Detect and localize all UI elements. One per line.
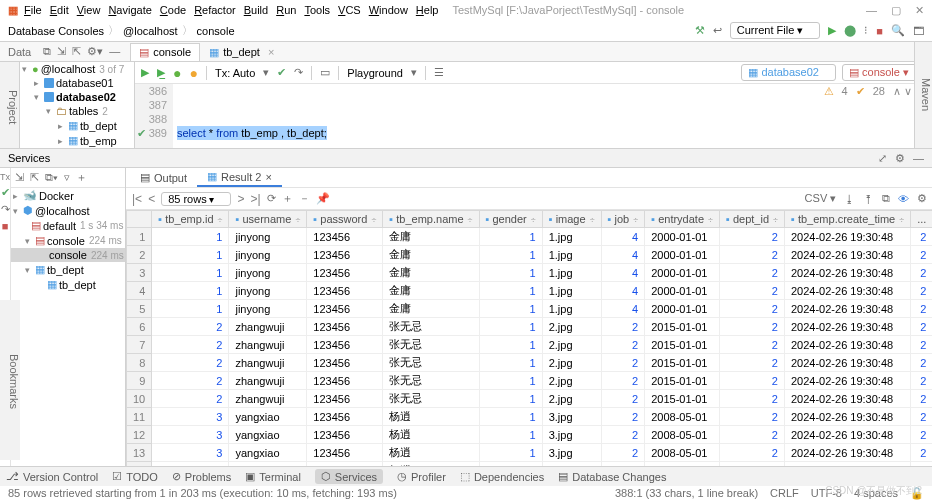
menu-code[interactable]: Code bbox=[160, 4, 186, 16]
table-row[interactable]: 102zhangwuji123456张无忌12.jpg22015-01-0122… bbox=[127, 390, 933, 408]
table-row[interactable]: 41jinyong123456金庸11.jpg42000-01-0122024-… bbox=[127, 282, 933, 300]
build-icon[interactable]: ⚒ bbox=[695, 24, 705, 37]
table-row[interactable]: 72zhangwuji123456张无忌12.jpg22015-01-01220… bbox=[127, 336, 933, 354]
col-image[interactable]: ▪ image÷ bbox=[542, 211, 601, 228]
table-row[interactable]: 92zhangwuji123456张无忌12.jpg22015-01-01220… bbox=[127, 372, 933, 390]
tx-check-icon[interactable]: ✔ bbox=[277, 66, 286, 79]
menu-view[interactable]: View bbox=[77, 4, 101, 16]
svc-default[interactable]: ▤default1 s 34 ms bbox=[11, 218, 125, 233]
tree-db1[interactable]: ▸database01 bbox=[20, 76, 134, 90]
btm-todo[interactable]: ☑ TODO bbox=[112, 470, 158, 483]
menu-refactor[interactable]: Refactor bbox=[194, 4, 236, 16]
btm-dbchanges[interactable]: ▤ Database Changes bbox=[558, 470, 666, 483]
table-row[interactable]: 31jinyong123456金庸11.jpg42000-01-0122024-… bbox=[127, 264, 933, 282]
nav-first-icon[interactable]: |< bbox=[132, 192, 142, 206]
search-everywhere-icon[interactable]: 🔍 bbox=[891, 24, 905, 37]
rail-bookmarks[interactable]: Bookmarks bbox=[8, 354, 20, 409]
tree-tbdept[interactable]: ▸▦tb_dept bbox=[20, 118, 134, 133]
resultview-icon[interactable]: ▭ bbox=[320, 66, 330, 79]
export-format[interactable]: CSV ▾ bbox=[805, 192, 837, 205]
table-row[interactable]: 133yangxiao123456杨逍13.jpg22008-05-012202… bbox=[127, 444, 933, 462]
stop-icon[interactable]: ■ bbox=[876, 25, 883, 37]
col-entrydate[interactable]: ▪ entrydate÷ bbox=[645, 211, 720, 228]
playground-label[interactable]: Playground bbox=[347, 67, 403, 79]
back-arrow-icon[interactable]: ↩ bbox=[713, 24, 722, 37]
svc-console-item[interactable]: console224 ms bbox=[11, 248, 125, 262]
svc-tbdept-grp[interactable]: ▾▦tb_dept bbox=[11, 262, 125, 277]
btm-deps[interactable]: ⬚ Dependencies bbox=[460, 470, 544, 483]
result-tab-result2[interactable]: ▦Result 2× bbox=[197, 168, 282, 187]
rail-project[interactable]: Project bbox=[7, 90, 19, 124]
svc-filter-icon[interactable]: ▿ bbox=[64, 171, 70, 184]
table-row[interactable]: 113yangxiao123456杨逍13.jpg22008-05-012202… bbox=[127, 408, 933, 426]
table-row[interactable]: 51jinyong123456金庸11.jpg42000-01-0122024-… bbox=[127, 300, 933, 318]
collapse-all-icon[interactable]: ⇱ bbox=[72, 45, 81, 58]
svc-docker[interactable]: ▸🐋Docker bbox=[11, 188, 125, 203]
menu-vcs[interactable]: VCS bbox=[338, 4, 361, 16]
nav-prev-icon[interactable]: < bbox=[148, 192, 155, 206]
svc-collapse-icon[interactable]: ⇱ bbox=[30, 171, 39, 184]
status-line-sep[interactable]: CRLF bbox=[770, 487, 799, 500]
svc-localhost[interactable]: ▾⬢@localhost bbox=[11, 203, 125, 218]
svc-tbdept-item[interactable]: ▦tb_dept bbox=[11, 277, 125, 292]
crumb-b[interactable]: @localhost bbox=[123, 25, 178, 37]
menu-run[interactable]: Run bbox=[276, 4, 296, 16]
minimize-icon[interactable]: — bbox=[866, 4, 877, 17]
svc-cancel-icon[interactable]: ■ bbox=[2, 220, 9, 232]
menu-tools[interactable]: Tools bbox=[304, 4, 330, 16]
services-hide-icon[interactable]: ⤢ bbox=[878, 152, 887, 165]
menu-navigate[interactable]: Navigate bbox=[108, 4, 151, 16]
settings-icon[interactable]: 🗔 bbox=[913, 25, 924, 37]
table-row[interactable]: 11jinyong123456金庸11.jpg42000-01-0122024-… bbox=[127, 228, 933, 246]
table-row[interactable]: 123yangxiao123456杨逍13.jpg22008-05-012202… bbox=[127, 426, 933, 444]
delrow-icon[interactable]: － bbox=[299, 191, 310, 206]
tx-undo-icon[interactable]: ↷ bbox=[294, 66, 303, 79]
expand-all-icon[interactable]: ⇲ bbox=[57, 45, 66, 58]
code-editor[interactable]: ⚠4 ✔28 ∧ ∨ select * from tb_emp , tb_dep… bbox=[173, 84, 918, 148]
eye-icon[interactable]: 👁 bbox=[898, 193, 909, 205]
tree-tbemp[interactable]: ▸▦tb_emp bbox=[20, 133, 134, 148]
clipview-icon[interactable]: ⧉ bbox=[882, 192, 890, 205]
download-icon[interactable]: ⭳ bbox=[844, 193, 855, 205]
layout-icon[interactable]: ☰ bbox=[434, 66, 444, 79]
menu-help[interactable]: Help bbox=[416, 4, 439, 16]
schema-badge[interactable]: ▦ database02 bbox=[741, 64, 836, 81]
col-dept_id[interactable]: ▪ dept_id÷ bbox=[719, 211, 784, 228]
svc-add-icon[interactable]: ＋ bbox=[76, 170, 87, 185]
reload-icon[interactable]: ⟳ bbox=[267, 192, 276, 205]
status-caret-pos[interactable]: 388:1 (33 chars, 1 line break) bbox=[615, 487, 758, 500]
tab-console[interactable]: ▤ console bbox=[130, 43, 200, 61]
tx-mode[interactable]: Tx: Auto bbox=[215, 67, 255, 79]
gear-icon[interactable]: ⚙ bbox=[917, 192, 927, 205]
col-tb_emp-create_time[interactable]: ▪ tb_emp.create_time÷ bbox=[784, 211, 910, 228]
col-tb_emp-name[interactable]: ▪ tb_emp.name÷ bbox=[383, 211, 479, 228]
tab-close-icon[interactable]: × bbox=[265, 171, 271, 183]
upload-icon[interactable]: ⭱ bbox=[863, 193, 874, 205]
more-icon[interactable]: ⁝ bbox=[864, 24, 868, 37]
col-job[interactable]: ▪ job÷ bbox=[601, 211, 645, 228]
table-row[interactable]: 21jinyong123456金庸11.jpg42000-01-0122024-… bbox=[127, 246, 933, 264]
btm-terminal[interactable]: ▣ Terminal bbox=[245, 470, 301, 483]
btm-profiler[interactable]: ◷ Profiler bbox=[397, 470, 446, 483]
btm-vc[interactable]: ⎇ Version Control bbox=[6, 470, 98, 483]
col-rownum[interactable] bbox=[127, 211, 152, 228]
svc-console-grp[interactable]: ▾▤console224 ms bbox=[11, 233, 125, 248]
col-tb_emp-id[interactable]: ▪ tb_emp.id÷ bbox=[152, 211, 229, 228]
services-minimize-icon[interactable]: — bbox=[913, 152, 924, 165]
tab-tbdept[interactable]: ▦ tb_dept × bbox=[200, 43, 283, 61]
commit-icon[interactable]: ● bbox=[173, 65, 181, 81]
tab-close-icon[interactable]: × bbox=[268, 46, 274, 58]
rollback-icon[interactable]: ● bbox=[189, 65, 197, 81]
svc-expand-icon[interactable]: ⇲ bbox=[15, 171, 24, 184]
svc-commit-icon[interactable]: ✔ bbox=[1, 186, 10, 199]
data-minimize-icon[interactable]: — bbox=[109, 45, 120, 58]
btm-services[interactable]: ⬡ Services bbox=[315, 469, 383, 484]
rows-count[interactable]: 85 rows ▾ bbox=[161, 192, 231, 206]
maximize-icon[interactable]: ▢ bbox=[891, 4, 901, 17]
right-rail-maven[interactable]: Maven bbox=[914, 42, 932, 148]
menu-file[interactable]: File bbox=[24, 4, 42, 16]
col-gender[interactable]: ▪ gender÷ bbox=[479, 211, 542, 228]
debug-icon[interactable]: ⬤ bbox=[844, 24, 856, 37]
tree-root[interactable]: ▾●@localhost3 of 7 bbox=[20, 62, 134, 76]
tree-db2[interactable]: ▾database02 bbox=[20, 90, 134, 104]
